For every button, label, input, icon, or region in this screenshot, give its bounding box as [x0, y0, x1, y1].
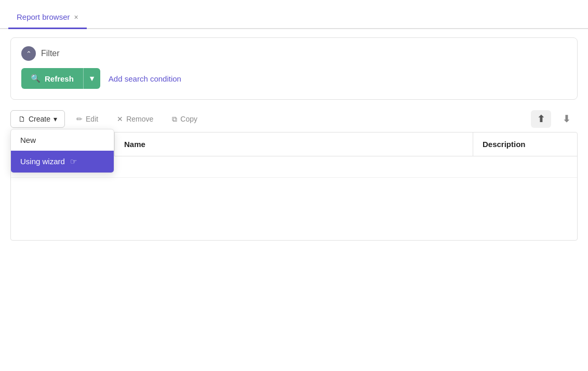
document-icon: 🗋: [18, 115, 25, 123]
create-dropdown-menu: New Using wizard ☞: [10, 129, 114, 173]
download-icon: ⬇: [563, 114, 570, 124]
edit-button[interactable]: ✏ Edit: [69, 111, 105, 127]
create-label: Create: [29, 115, 50, 123]
table-col-name: Name: [115, 132, 473, 156]
refresh-btn-main: 🔍 Refresh: [21, 69, 83, 88]
chevron-up-icon: ⌃: [26, 50, 32, 58]
tab-close-button[interactable]: ×: [74, 14, 78, 21]
x-icon: ✕: [117, 115, 123, 123]
filter-header: ⌃ Filter: [21, 46, 567, 61]
upload-button[interactable]: ⬆: [531, 110, 551, 128]
pencil-icon: ✏: [76, 115, 83, 123]
refresh-button[interactable]: 🔍 Refresh ▾: [21, 68, 100, 89]
upload-icon: ⬆: [537, 114, 545, 124]
tab-label: Report browser: [17, 12, 70, 21]
copy-icon: ⧉: [172, 115, 177, 124]
table-col-description: Description: [473, 132, 577, 156]
copy-label: Copy: [180, 115, 197, 123]
filter-label: Filter: [41, 49, 60, 58]
refresh-label: Refresh: [45, 74, 74, 83]
add-search-condition-button[interactable]: Add search condition: [109, 74, 181, 83]
remove-button[interactable]: ✕ Remove: [110, 111, 161, 127]
edit-label: Edit: [86, 115, 98, 123]
tab-report-browser[interactable]: Report browser ×: [8, 6, 87, 29]
filter-panel: ⌃ Filter 🔍 Refresh ▾ Add search conditio…: [10, 37, 578, 100]
filter-actions: 🔍 Refresh ▾ Add search condition: [21, 68, 567, 89]
table-body-empty: [11, 178, 577, 240]
remove-label: Remove: [126, 115, 153, 123]
search-icon: 🔍: [31, 74, 41, 83]
toolbar: 🗋 Create ▾ New Using wizard ☞ ✏ Edit ✕ R…: [10, 110, 578, 128]
chevron-down-icon: ▾: [90, 74, 94, 83]
create-button[interactable]: 🗋 Create ▾: [10, 110, 65, 128]
dropdown-item-using-wizard[interactable]: Using wizard ☞: [11, 151, 114, 173]
main-content: ⌃ Filter 🔍 Refresh ▾ Add search conditio…: [0, 29, 588, 249]
hand-cursor-icon: ☞: [70, 157, 77, 166]
chevron-down-icon: ▾: [54, 115, 57, 123]
dropdown-item-new[interactable]: New: [11, 129, 114, 151]
filter-toggle-button[interactable]: ⌃: [21, 46, 36, 61]
download-button[interactable]: ⬇: [555, 110, 578, 128]
refresh-dropdown-button[interactable]: ▾: [84, 69, 100, 88]
tab-bar: Report browser ×: [0, 0, 588, 29]
copy-button[interactable]: ⧉ Copy: [165, 111, 205, 128]
